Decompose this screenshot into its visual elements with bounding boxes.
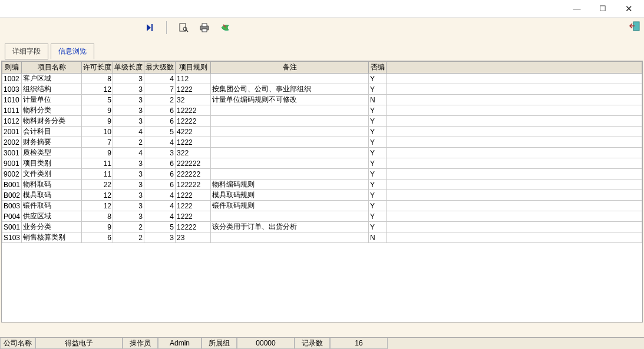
table-row[interactable]: 1010计量单位53232计量单位编码规则不可修改N	[2, 95, 642, 105]
col-allow-len[interactable]: 许可长度	[82, 62, 113, 74]
table-row[interactable]: B001物料取码2236122222物料编码规则Y	[2, 180, 642, 190]
svg-rect-6	[202, 29, 207, 32]
status-count-label: 记录数	[295, 338, 330, 349]
close-button[interactable]: ✕	[616, 1, 642, 17]
status-count-value: 16	[330, 338, 388, 349]
tab-detail-fields[interactable]: 详细字段	[5, 44, 48, 59]
status-group-value: 00000	[237, 338, 295, 349]
export-icon[interactable]	[220, 23, 231, 32]
col-level-len[interactable]: 单级长度	[113, 62, 144, 74]
svg-rect-0	[151, 24, 153, 31]
grid-scroll[interactable]: 则编 项目名称 许可长度 单级长度 最大级数 项目规则 备注 否编 1002客户…	[2, 61, 642, 322]
table-row[interactable]: P004供应区域8341222Y	[2, 211, 642, 222]
tab-info-browse[interactable]: 信息浏览	[51, 44, 94, 59]
maximize-button[interactable]: ☐	[590, 1, 616, 17]
col-remark[interactable]: 备注	[211, 62, 369, 74]
tab-bar: 详细字段 信息浏览	[5, 44, 644, 59]
col-max-levels[interactable]: 最大级数	[144, 62, 176, 74]
table-row[interactable]: B002模具取码12341222模具取码规则Y	[2, 190, 642, 201]
col-editable[interactable]: 否编	[369, 62, 387, 74]
table-row[interactable]: 1011物料分类93612222Y	[2, 105, 642, 116]
data-grid: 则编 项目名称 许可长度 单级长度 最大级数 项目规则 备注 否编 1002客户…	[1, 61, 643, 323]
last-record-icon[interactable]	[146, 24, 154, 32]
svg-rect-5	[202, 24, 207, 26]
preview-icon[interactable]	[179, 23, 189, 32]
header-row: 则编 项目名称 许可长度 单级长度 最大级数 项目规则 备注 否编	[2, 62, 642, 74]
table-row[interactable]: 2001会计科目10454222Y	[2, 127, 642, 137]
table-row[interactable]: 3001质检类型943322Y	[2, 148, 642, 158]
table-row[interactable]: 9002文件类别1136222222Y	[2, 169, 642, 180]
toolbar	[0, 18, 644, 42]
col-filler	[387, 62, 642, 74]
col-code[interactable]: 则编	[2, 62, 22, 74]
table-row[interactable]: S001业务分类92512222该分类用于订单、出货分析Y	[2, 222, 642, 232]
minimize-button[interactable]: —	[564, 1, 590, 17]
table-row[interactable]: S103销售核算类别62323N	[2, 232, 642, 243]
status-company-label: 公司名称	[0, 338, 35, 349]
table-row[interactable]: 2002财务摘要7241222Y	[2, 137, 642, 148]
status-operator-value: Admin	[158, 338, 202, 349]
col-rule[interactable]: 项目规则	[176, 62, 211, 74]
table-row[interactable]: 1003组织结构12371222按集团公司、公司、事业部组织Y	[2, 84, 642, 95]
table-row[interactable]: 9001项目类别1136222222Y	[2, 158, 642, 169]
print-icon[interactable]	[199, 23, 210, 32]
status-company-value: 得益电子	[35, 338, 123, 349]
table-row[interactable]: 1012物料财务分类93612222Y	[2, 116, 642, 127]
table-row[interactable]: B003镶件取码12341222镶件取码规则Y	[2, 201, 642, 211]
separator	[166, 21, 167, 34]
exit-icon[interactable]	[629, 21, 640, 32]
status-operator-label: 操作员	[123, 338, 158, 349]
col-name[interactable]: 项目名称	[22, 62, 82, 74]
status-bar: 公司名称 得益电子 操作员 Admin 所属组 00000 记录数 16	[0, 337, 644, 349]
status-group-label: 所属组	[202, 338, 237, 349]
table-row[interactable]: 1002客户区域834112Y	[2, 74, 642, 84]
svg-line-3	[186, 30, 188, 32]
titlebar: — ☐ ✕	[0, 0, 644, 18]
